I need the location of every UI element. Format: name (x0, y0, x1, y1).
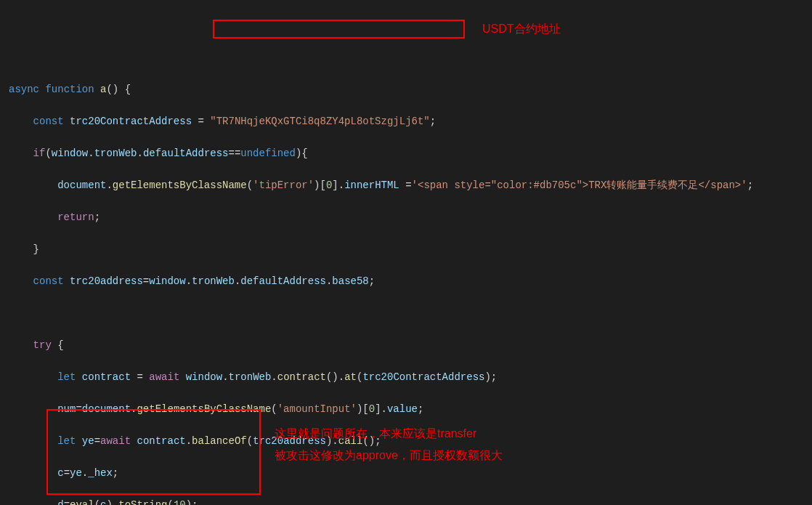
code-line (9, 305, 812, 321)
code-line: num=document.getElementsByClassName('amo… (9, 401, 812, 417)
code-line: c=ye._hex; (9, 465, 812, 481)
code-line: d=eval(c).toString(10); (9, 497, 812, 505)
code-line: if(window.tronWeb.defaultAddress==undefi… (9, 145, 812, 161)
code-line: let contract = await window.tronWeb.cont… (9, 369, 812, 385)
annotation-label-approve: 这里就是问题所在，本来应该是transfer被攻击这修改为approve，而且授… (275, 423, 503, 466)
code-line: try { (9, 337, 812, 353)
code-line: return; (9, 209, 812, 225)
code-line: const trc20address=window.tronWeb.defaul… (9, 273, 812, 289)
code-line: const trc20ContractAddress = "TR7NHqjeKQ… (9, 113, 812, 129)
annotation-label-usdt: USDT合约地址 (482, 21, 561, 37)
code-line: } (9, 241, 812, 257)
code-line: document.getElementsByClassName('tipErro… (9, 177, 812, 193)
annotation-box-contract-address (213, 20, 465, 39)
code-line: async function a() { (9, 81, 812, 97)
